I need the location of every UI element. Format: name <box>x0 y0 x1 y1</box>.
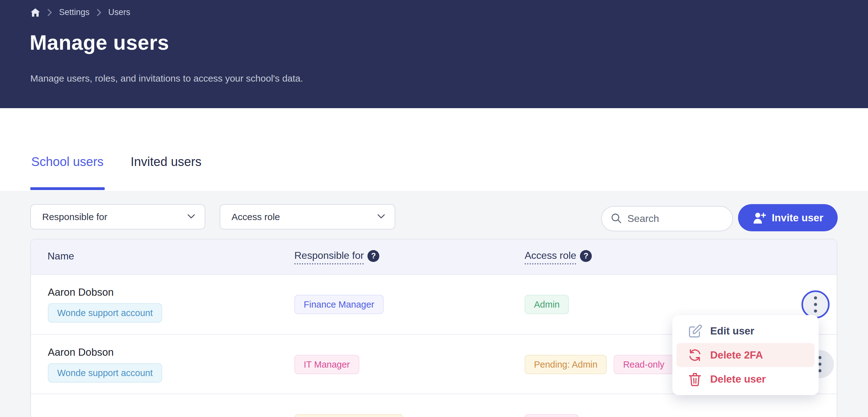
access-role-cell: Pending: Admin Read-only <box>525 335 674 394</box>
page-title: Manage users <box>30 31 169 54</box>
page-subtitle: Manage users, roles, and invitations to … <box>30 73 303 84</box>
chevron-right-icon <box>47 8 52 17</box>
access-role-badge: Admin <box>525 295 569 314</box>
person-add-icon <box>752 212 766 224</box>
menu-item-edit-user[interactable]: Edit user <box>677 319 814 343</box>
access-role-badge: Read-only <box>614 355 674 374</box>
column-header-responsible-for[interactable]: Responsible for ? <box>294 239 379 275</box>
responsible-for-cell <box>294 394 403 417</box>
responsibility-badge: IT Manager <box>294 355 359 374</box>
access-role-cell <box>525 394 579 417</box>
invite-user-button[interactable]: Invite user <box>738 204 838 231</box>
access-role-dropdown[interactable]: Access role <box>220 204 395 230</box>
access-role-badge: Pending: Admin <box>525 355 607 374</box>
account-badge: Wonde support account <box>48 363 162 383</box>
invite-user-label: Invite user <box>772 212 823 224</box>
home-icon[interactable] <box>30 8 40 17</box>
access-role-cell: Admin <box>525 275 569 334</box>
row-actions-button[interactable] <box>801 290 830 319</box>
menu-item-delete-user[interactable]: Delete user <box>677 367 814 391</box>
refresh-icon <box>688 348 702 362</box>
access-role-dropdown-label: Access role <box>231 212 280 222</box>
chevron-down-icon <box>187 214 195 220</box>
trash-icon <box>688 372 702 386</box>
search-input[interactable] <box>627 213 721 225</box>
tab-invited-users[interactable]: Invited users <box>131 155 202 169</box>
breadcrumb-settings[interactable]: Settings <box>59 7 90 17</box>
access-role-badge <box>525 414 579 417</box>
name-cell: Aaron Dobson Wonde support account <box>48 275 162 334</box>
responsibility-badge <box>294 414 403 417</box>
menu-item-delete-2fa[interactable]: Delete 2FA <box>677 343 814 367</box>
menu-item-label: Delete user <box>710 373 766 385</box>
responsible-for-cell: Finance Manager <box>294 275 384 334</box>
responsible-for-cell: IT Manager <box>294 335 359 394</box>
menu-item-label: Edit user <box>710 325 754 337</box>
help-icon[interactable]: ? <box>367 250 379 262</box>
edit-icon <box>688 324 702 338</box>
search-box[interactable] <box>601 206 733 231</box>
table-header: Name Responsible for ? Access role ? <box>31 239 837 275</box>
breadcrumb-users[interactable]: Users <box>108 7 131 17</box>
search-icon <box>611 213 622 225</box>
column-header-name: Name <box>48 239 74 275</box>
name-cell: Aaron Dobson Wonde support account <box>48 335 162 394</box>
chevron-right-icon <box>97 8 101 17</box>
name-cell: Aaron Dobson <box>48 394 114 417</box>
active-tab-underline <box>30 187 105 190</box>
tab-school-users[interactable]: School users <box>31 155 103 169</box>
user-name: Aaron Dobson <box>48 286 114 298</box>
responsible-for-dropdown[interactable]: Responsible for <box>30 204 205 230</box>
chevron-down-icon <box>377 214 385 220</box>
user-name: Aaron Dobson <box>48 346 114 358</box>
breadcrumb: Settings Users <box>30 7 130 17</box>
responsible-for-dropdown-label: Responsible for <box>42 212 107 222</box>
column-header-access-role[interactable]: Access role ? <box>525 239 592 275</box>
table-row: Aaron Dobson <box>31 393 837 417</box>
help-icon[interactable]: ? <box>580 250 592 262</box>
menu-item-label: Delete 2FA <box>710 349 763 361</box>
hero-header: Settings Users Manage users Manage users… <box>0 0 868 108</box>
row-actions-menu: Edit user Delete 2FA Delete user <box>673 315 818 395</box>
tabs-bar: School users Invited users <box>0 108 868 191</box>
account-badge: Wonde support account <box>48 303 162 323</box>
responsibility-badge: Finance Manager <box>294 295 384 314</box>
